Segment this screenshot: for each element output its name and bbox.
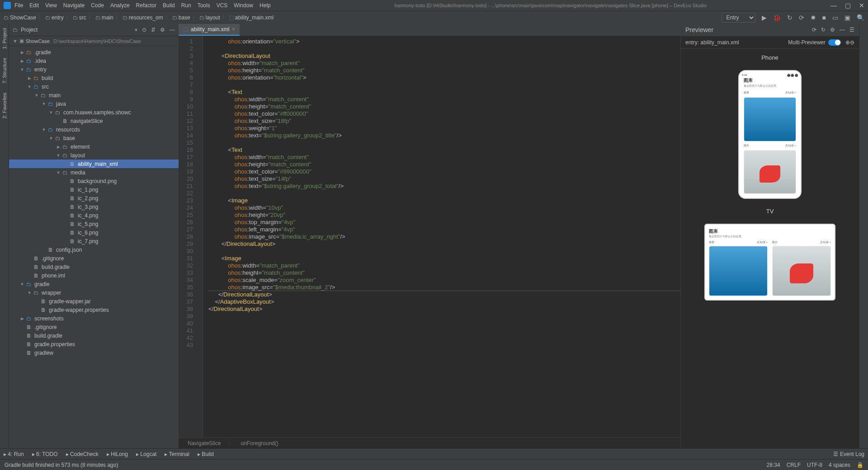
tree-item[interactable]: ▼🗀media [9,168,179,177]
tree-item[interactable]: 🗎.gitignore [9,254,179,263]
phone-preview[interactable]: 5:41⚫ ⚫ ⚫ 图库 最是那照片为那认识的距离。 推荐共31张 > 照片共3… [738,70,802,199]
bottom-tool[interactable]: ▸ Logcat [136,451,156,457]
menu-help[interactable]: Help [259,2,271,9]
zoom-in-icon[interactable]: ⊕ [845,39,850,46]
tree-item[interactable]: 🗎.gitignore [9,323,179,331]
bottom-tool[interactable]: ▸ HiLong [107,451,128,457]
tree-item[interactable]: ▼🗀main [9,91,179,99]
tree-item[interactable]: ▼🗀src [9,82,179,91]
run-icon[interactable]: ▶ [762,14,767,21]
settings-icon[interactable]: ⚙ [160,27,165,33]
menu-code[interactable]: Code [91,2,104,9]
bottom-tool[interactable]: ▸ CodeCheck [66,451,99,457]
auto-refresh-icon[interactable]: ↻ [821,27,826,33]
gear-icon[interactable]: ☰ [849,27,854,33]
tree-item[interactable]: 🗎gradle-wapper.jar [9,297,179,306]
tree-item[interactable]: 🗎navigateSlice [9,117,179,125]
breadcrumb-item[interactable]: 🗀src [73,14,86,21]
tree-item[interactable]: ▼🗀layout [9,151,179,160]
maximize-icon[interactable]: ▢ [845,2,851,9]
caret-position[interactable]: 28:34 [767,462,780,468]
tree-item[interactable]: ▼🗀java [9,99,179,108]
tree-item[interactable]: ▼🗀com.huawei.samples.showc [9,108,179,117]
menu-build[interactable]: Build [163,2,175,9]
breadcrumb-item[interactable]: ⬚ability_main.xml [229,14,274,21]
coverage-icon[interactable]: ↻ [787,14,793,21]
minimize-panel-icon[interactable]: — [840,27,845,33]
tree-item[interactable]: 🗎gradle-wapper.properties [9,306,179,314]
tree-item[interactable]: 🗎config.json [9,245,179,254]
tree-item[interactable]: 🗎ic_7.png [9,237,179,245]
breadcrumb-item[interactable]: 🗀layout [199,14,220,21]
tree-item[interactable]: 🗎ability_main_xml [9,160,179,168]
refresh-icon[interactable]: ⟳ [812,27,816,33]
tv-preview[interactable]: 图库 最是那照片为那认识的距离。 推荐共31张 > 照片共31张 > [704,224,835,301]
tool-tab[interactable]: 7: Structure [2,58,7,84]
menu-analyze[interactable]: Analyze [110,2,130,9]
tree-item[interactable]: 🗎ic_4.png [9,211,179,220]
run-config-select[interactable]: Entry [722,13,755,23]
tree-item[interactable]: 🗎ic_2.png [9,194,179,202]
tree-item[interactable]: 🗎gradlew [9,348,179,357]
tree-item[interactable]: 🗎phone.iml [9,271,179,280]
bottom-tool[interactable]: ▸ 4: Run [4,451,24,457]
tree-item[interactable]: ▼🗀entry [9,65,179,74]
tree-item[interactable]: 🗎background.png [9,177,179,185]
preview-settings-icon[interactable]: ⚙ [830,27,835,33]
tree-item[interactable]: ▶🗀screenshots [9,314,179,323]
tree-item[interactable]: 🗎build.gradle [9,331,179,340]
menu-navigate[interactable]: Navigate [63,2,85,9]
line-separator[interactable]: CRLF [787,462,801,468]
tree-item[interactable]: ▶🗀element [9,142,179,151]
stop-icon[interactable]: ■ [822,14,826,21]
tab-ability-main[interactable]: ⬚ ability_main.xml × [179,24,240,36]
avd-icon[interactable]: ▭ [832,14,838,21]
project-root-row[interactable]: ▼ ▣ ShowCase D:\workspace\Hamony\HDC\Sho… [9,36,179,46]
menu-edit[interactable]: Edit [29,2,39,9]
tree-item[interactable]: ▼🗀base [9,134,179,142]
tree-item[interactable]: 🗎build.gradle [9,263,179,271]
profile-icon[interactable]: ⟳ [799,14,804,21]
bottom-tool[interactable]: ▸ Build [198,451,214,457]
zoom-out-icon[interactable]: ⊖ [850,39,854,46]
indent-config[interactable]: 4 spaces [829,462,850,468]
tab-close-icon[interactable]: × [232,26,235,33]
tree-item[interactable]: ▶🗀.idea [9,56,179,65]
debug-icon[interactable]: 🐞 [773,14,781,21]
menu-vcs[interactable]: VCS [217,2,228,9]
search-everywhere-icon[interactable]: 🔍 [857,14,864,21]
tree-item[interactable]: 🗎ic_3.png [9,202,179,211]
multi-previewer-toggle[interactable] [828,39,841,46]
code-editor[interactable]: 1234567891011121314151617181920212223242… [179,36,680,437]
close-icon[interactable]: ✕ [859,2,864,9]
lock-icon[interactable]: 🔒 [857,462,863,468]
menu-refactor[interactable]: Refactor [136,2,156,9]
hide-icon[interactable]: — [170,27,175,33]
tree-item[interactable]: 🗎ic_1.png [9,185,179,194]
tree-item[interactable]: ▶🗀.gradle [9,48,179,56]
breadcrumb-item[interactable]: 🗀base [172,14,190,21]
crumb-method[interactable]: onForeground() [241,440,278,446]
bottom-tool[interactable]: ▸ 6: TODO [32,451,58,457]
tree-item[interactable]: 🗎gradle.properties [9,340,179,348]
tree-item[interactable]: ▶🗀build [9,74,179,82]
dropdown-icon[interactable]: ▾ [135,27,137,33]
collapse-icon[interactable]: ⇵ [151,27,156,33]
file-encoding[interactable]: UTF-8 [807,462,822,468]
tree-item[interactable]: ▼🗀resourcds [9,125,179,134]
tree-item[interactable]: ▼🗀gradle [9,280,179,288]
tree-item[interactable]: 🗎ic_6.png [9,228,179,237]
menu-run[interactable]: Run [181,2,191,9]
breadcrumb-item[interactable]: 🗀resources_om [123,14,163,21]
tool-tab[interactable]: 1: Project [2,28,7,49]
breadcrumb-item[interactable]: 🗀main [95,14,113,21]
sdk-icon[interactable]: ▣ [844,14,850,21]
code-content[interactable]: ohos:orientation="vertical"> <Directiona… [203,36,680,437]
menu-window[interactable]: Window [234,2,253,9]
tool-tab[interactable]: 2: Favorites [2,93,7,118]
attach-icon[interactable]: ✹ [811,14,816,21]
menu-view[interactable]: View [45,2,57,9]
menu-tools[interactable]: Tools [198,2,210,9]
menu-file[interactable]: File [14,2,23,9]
tree-item[interactable]: 🗎ic_5.png [9,220,179,228]
